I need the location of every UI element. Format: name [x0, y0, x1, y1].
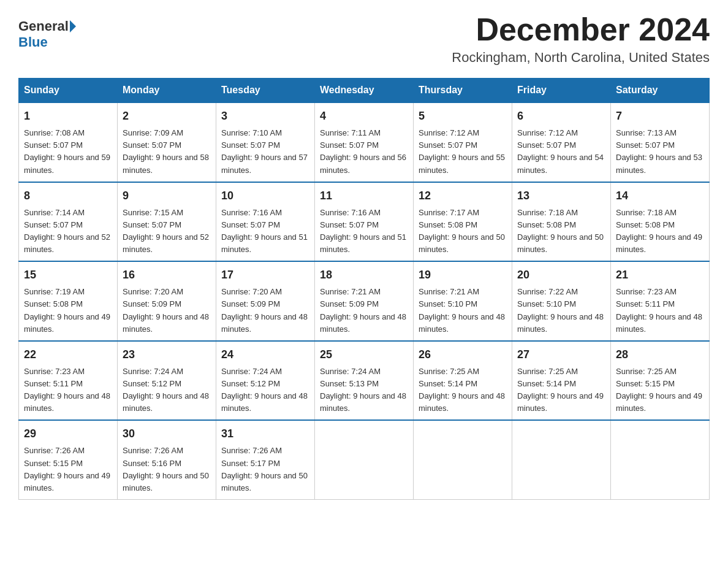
day-number: 14: [616, 188, 704, 204]
day-number: 31: [221, 426, 309, 442]
calendar-week-row: 8 Sunrise: 7:14 AMSunset: 5:07 PMDayligh…: [19, 182, 710, 262]
day-number: 16: [123, 267, 211, 283]
day-info: Sunrise: 7:12 AMSunset: 5:07 PMDaylight:…: [517, 128, 604, 174]
calendar-day-cell: 2 Sunrise: 7:09 AMSunset: 5:07 PMDayligh…: [118, 102, 216, 182]
logo: General Blue: [18, 12, 77, 50]
calendar-day-cell: 8 Sunrise: 7:14 AMSunset: 5:07 PMDayligh…: [19, 182, 118, 262]
calendar-day-cell: 28 Sunrise: 7:25 AMSunset: 5:15 PMDaylig…: [611, 341, 710, 421]
day-number: 8: [24, 188, 112, 204]
calendar-day-cell: 15 Sunrise: 7:19 AMSunset: 5:08 PMDaylig…: [19, 261, 118, 341]
day-info: Sunrise: 7:26 AMSunset: 5:16 PMDaylight:…: [123, 446, 209, 492]
calendar-day-cell: 27 Sunrise: 7:25 AMSunset: 5:14 PMDaylig…: [512, 341, 611, 421]
calendar-header-saturday: Saturday: [611, 79, 710, 103]
month-title: December 2024: [452, 12, 710, 47]
page-header: General Blue December 2024 Rockingham, N…: [18, 12, 710, 66]
calendar-day-cell: 31 Sunrise: 7:26 AMSunset: 5:17 PMDaylig…: [216, 420, 315, 499]
day-number: 25: [320, 347, 408, 363]
day-number: 15: [24, 267, 112, 283]
day-number: 17: [221, 267, 309, 283]
day-info: Sunrise: 7:16 AMSunset: 5:07 PMDaylight:…: [221, 208, 308, 254]
logo-general-text: General: [18, 18, 69, 34]
day-number: 3: [221, 108, 309, 124]
day-number: 1: [24, 108, 112, 124]
calendar-day-cell: 24 Sunrise: 7:24 AMSunset: 5:12 PMDaylig…: [216, 341, 315, 421]
day-info: Sunrise: 7:10 AMSunset: 5:07 PMDaylight:…: [221, 128, 308, 174]
day-number: 29: [24, 426, 112, 442]
day-info: Sunrise: 7:25 AMSunset: 5:14 PMDaylight:…: [419, 367, 505, 413]
day-number: 22: [24, 347, 112, 363]
day-number: 7: [616, 108, 704, 124]
day-number: 10: [221, 188, 309, 204]
day-number: 12: [419, 188, 507, 204]
calendar-week-row: 1 Sunrise: 7:08 AMSunset: 5:07 PMDayligh…: [19, 102, 710, 182]
calendar-header-wednesday: Wednesday: [315, 79, 414, 103]
day-info: Sunrise: 7:24 AMSunset: 5:13 PMDaylight:…: [320, 367, 406, 413]
calendar-day-cell: 16 Sunrise: 7:20 AMSunset: 5:09 PMDaylig…: [118, 261, 216, 341]
logo-blue-text: Blue: [18, 34, 48, 50]
calendar-week-row: 29 Sunrise: 7:26 AMSunset: 5:15 PMDaylig…: [19, 420, 710, 499]
day-number: 28: [616, 347, 704, 363]
day-info: Sunrise: 7:24 AMSunset: 5:12 PMDaylight:…: [221, 367, 308, 413]
day-number: 18: [320, 267, 408, 283]
day-info: Sunrise: 7:09 AMSunset: 5:07 PMDaylight:…: [123, 128, 209, 174]
title-area: December 2024 Rockingham, North Carolina…: [452, 12, 710, 66]
day-number: 20: [517, 267, 605, 283]
day-info: Sunrise: 7:15 AMSunset: 5:07 PMDaylight:…: [123, 208, 209, 254]
day-number: 13: [517, 188, 605, 204]
calendar-day-cell: 7 Sunrise: 7:13 AMSunset: 5:07 PMDayligh…: [611, 102, 710, 182]
calendar-table: SundayMondayTuesdayWednesdayThursdayFrid…: [18, 78, 710, 500]
day-number: 2: [123, 108, 211, 124]
calendar-week-row: 22 Sunrise: 7:23 AMSunset: 5:11 PMDaylig…: [19, 341, 710, 421]
logo-arrow-icon: [70, 20, 76, 33]
calendar-day-cell: 26 Sunrise: 7:25 AMSunset: 5:14 PMDaylig…: [414, 341, 512, 421]
calendar-header-friday: Friday: [512, 79, 611, 103]
day-number: 27: [517, 347, 605, 363]
day-info: Sunrise: 7:23 AMSunset: 5:11 PMDaylight:…: [616, 287, 702, 333]
day-info: Sunrise: 7:21 AMSunset: 5:10 PMDaylight:…: [419, 287, 505, 333]
day-info: Sunrise: 7:26 AMSunset: 5:15 PMDaylight:…: [24, 446, 110, 492]
calendar-day-cell: 4 Sunrise: 7:11 AMSunset: 5:07 PMDayligh…: [315, 102, 414, 182]
day-info: Sunrise: 7:12 AMSunset: 5:07 PMDaylight:…: [419, 128, 505, 174]
day-info: Sunrise: 7:08 AMSunset: 5:07 PMDaylight:…: [24, 128, 110, 174]
day-info: Sunrise: 7:23 AMSunset: 5:11 PMDaylight:…: [24, 367, 110, 413]
day-number: 30: [123, 426, 211, 442]
calendar-day-cell: 23 Sunrise: 7:24 AMSunset: 5:12 PMDaylig…: [118, 341, 216, 421]
calendar-header-monday: Monday: [118, 79, 216, 103]
calendar-empty-cell: [611, 420, 710, 499]
day-info: Sunrise: 7:20 AMSunset: 5:09 PMDaylight:…: [123, 287, 209, 333]
calendar-header-row: SundayMondayTuesdayWednesdayThursdayFrid…: [19, 79, 710, 103]
calendar-day-cell: 22 Sunrise: 7:23 AMSunset: 5:11 PMDaylig…: [19, 341, 118, 421]
day-info: Sunrise: 7:26 AMSunset: 5:17 PMDaylight:…: [221, 446, 308, 492]
day-info: Sunrise: 7:18 AMSunset: 5:08 PMDaylight:…: [616, 208, 702, 254]
day-info: Sunrise: 7:24 AMSunset: 5:12 PMDaylight:…: [123, 367, 209, 413]
calendar-day-cell: 14 Sunrise: 7:18 AMSunset: 5:08 PMDaylig…: [611, 182, 710, 262]
calendar-header-sunday: Sunday: [19, 79, 118, 103]
day-number: 21: [616, 267, 704, 283]
day-number: 9: [123, 188, 211, 204]
calendar-day-cell: 25 Sunrise: 7:24 AMSunset: 5:13 PMDaylig…: [315, 341, 414, 421]
day-info: Sunrise: 7:14 AMSunset: 5:07 PMDaylight:…: [24, 208, 110, 254]
day-number: 4: [320, 108, 408, 124]
calendar-header-tuesday: Tuesday: [216, 79, 315, 103]
calendar-day-cell: 11 Sunrise: 7:16 AMSunset: 5:07 PMDaylig…: [315, 182, 414, 262]
calendar-day-cell: 5 Sunrise: 7:12 AMSunset: 5:07 PMDayligh…: [414, 102, 512, 182]
calendar-day-cell: 29 Sunrise: 7:26 AMSunset: 5:15 PMDaylig…: [19, 420, 118, 499]
calendar-day-cell: 6 Sunrise: 7:12 AMSunset: 5:07 PMDayligh…: [512, 102, 611, 182]
location-title: Rockingham, North Carolina, United State…: [452, 50, 710, 66]
day-info: Sunrise: 7:11 AMSunset: 5:07 PMDaylight:…: [320, 128, 406, 174]
day-info: Sunrise: 7:22 AMSunset: 5:10 PMDaylight:…: [517, 287, 604, 333]
calendar-header-thursday: Thursday: [414, 79, 512, 103]
calendar-day-cell: 3 Sunrise: 7:10 AMSunset: 5:07 PMDayligh…: [216, 102, 315, 182]
calendar-empty-cell: [512, 420, 611, 499]
calendar-day-cell: 9 Sunrise: 7:15 AMSunset: 5:07 PMDayligh…: [118, 182, 216, 262]
calendar-empty-cell: [315, 420, 414, 499]
calendar-week-row: 15 Sunrise: 7:19 AMSunset: 5:08 PMDaylig…: [19, 261, 710, 341]
calendar-day-cell: 30 Sunrise: 7:26 AMSunset: 5:16 PMDaylig…: [118, 420, 216, 499]
day-number: 6: [517, 108, 605, 124]
day-info: Sunrise: 7:13 AMSunset: 5:07 PMDaylight:…: [616, 128, 702, 174]
calendar-day-cell: 17 Sunrise: 7:20 AMSunset: 5:09 PMDaylig…: [216, 261, 315, 341]
day-number: 23: [123, 347, 211, 363]
calendar-day-cell: 18 Sunrise: 7:21 AMSunset: 5:09 PMDaylig…: [315, 261, 414, 341]
calendar-day-cell: 19 Sunrise: 7:21 AMSunset: 5:10 PMDaylig…: [414, 261, 512, 341]
day-info: Sunrise: 7:25 AMSunset: 5:15 PMDaylight:…: [616, 367, 702, 413]
